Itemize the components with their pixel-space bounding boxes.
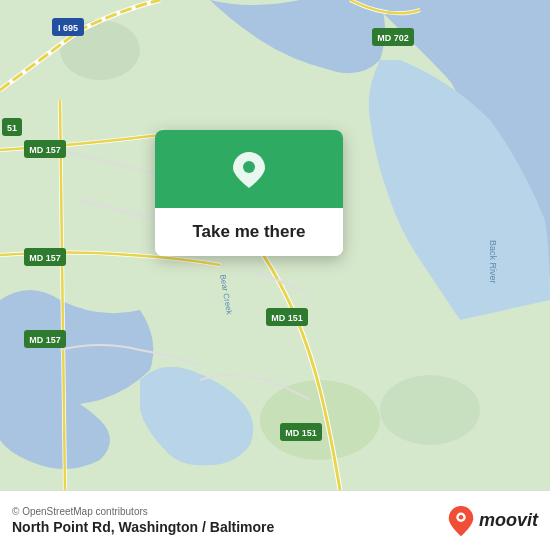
svg-text:MD 151: MD 151 <box>271 313 303 323</box>
svg-text:MD 702: MD 702 <box>377 33 409 43</box>
location-pin-icon <box>227 148 271 192</box>
svg-text:MD 157: MD 157 <box>29 253 61 263</box>
popup-card: Take me there <box>155 130 343 256</box>
svg-text:Back River: Back River <box>488 240 498 284</box>
svg-point-3 <box>380 375 480 445</box>
svg-text:51: 51 <box>7 123 17 133</box>
map-container: Back River <box>0 0 550 550</box>
take-me-there-button[interactable]: Take me there <box>155 208 343 256</box>
moovit-brand-text: moovit <box>479 510 538 531</box>
svg-text:MD 157: MD 157 <box>29 335 61 345</box>
svg-text:I 695: I 695 <box>58 23 78 33</box>
svg-text:MD 157: MD 157 <box>29 145 61 155</box>
moovit-logo: moovit <box>447 505 538 537</box>
bottom-left: © OpenStreetMap contributors North Point… <box>12 506 274 535</box>
svg-point-27 <box>459 514 464 519</box>
svg-text:MD 151: MD 151 <box>285 428 317 438</box>
bottom-bar: © OpenStreetMap contributors North Point… <box>0 490 550 550</box>
moovit-pin-icon <box>447 505 475 537</box>
attribution-text: © OpenStreetMap contributors <box>12 506 274 517</box>
popup-header <box>155 130 343 208</box>
location-name: North Point Rd, Washington / Baltimore <box>12 519 274 535</box>
svg-point-25 <box>243 161 255 173</box>
